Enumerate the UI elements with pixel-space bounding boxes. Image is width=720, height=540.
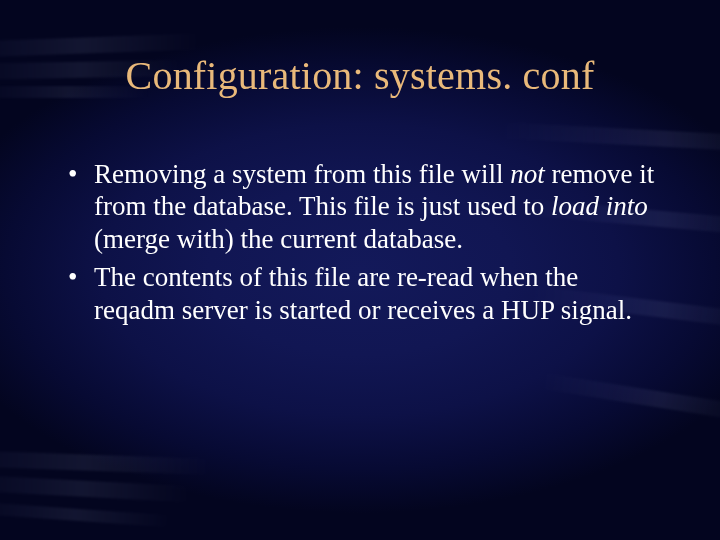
slide-title: Configuration: systems. conf [0, 52, 720, 99]
bullet-text: The contents of this file are re-read wh… [94, 262, 632, 324]
slide: Configuration: systems. conf Removing a … [0, 0, 720, 540]
bullet-item: The contents of this file are re-read wh… [66, 261, 660, 326]
bullet-text: (merge with) the current database. [94, 224, 463, 254]
bullet-item: Removing a system from this file will no… [66, 158, 660, 255]
bullet-text: Removing a system from this file will [94, 159, 510, 189]
bullet-em: not [510, 159, 545, 189]
slide-body: Removing a system from this file will no… [66, 158, 660, 332]
bullet-em: load into [551, 191, 648, 221]
bullet-list: Removing a system from this file will no… [66, 158, 660, 326]
